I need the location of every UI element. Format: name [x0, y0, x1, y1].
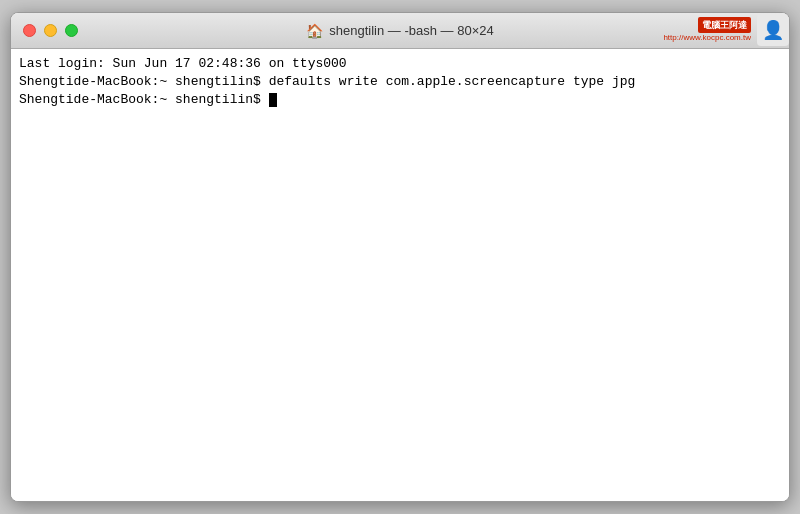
title-label: shengtilin — -bash — 80×24 — [329, 23, 493, 38]
title-icon: 🏠 — [306, 23, 323, 39]
terminal-line-1: Last login: Sun Jun 17 02:48:36 on ttys0… — [19, 55, 781, 73]
titlebar: 🏠 shengtilin — -bash — 80×24 電腦王阿達 http:… — [11, 13, 789, 49]
watermark-avatar: 👤 — [757, 14, 789, 46]
watermark: 電腦王阿達 http://www.kocpc.com.tw — [663, 17, 751, 42]
terminal-line-3: Shengtide-MacBook:~ shengtilin$ — [19, 91, 781, 109]
watermark-name: 電腦王阿達 — [698, 17, 751, 33]
minimize-button[interactable] — [44, 24, 57, 37]
terminal-window: 🏠 shengtilin — -bash — 80×24 電腦王阿達 http:… — [10, 12, 790, 502]
traffic-lights — [23, 24, 78, 37]
terminal-cursor — [269, 93, 277, 107]
terminal-line-2: Shengtide-MacBook:~ shengtilin$ defaults… — [19, 73, 781, 91]
terminal-body[interactable]: Last login: Sun Jun 17 02:48:36 on ttys0… — [11, 49, 789, 501]
close-button[interactable] — [23, 24, 36, 37]
watermark-url: http://www.kocpc.com.tw — [663, 33, 751, 42]
window-title: 🏠 shengtilin — -bash — 80×24 — [306, 23, 493, 39]
maximize-button[interactable] — [65, 24, 78, 37]
